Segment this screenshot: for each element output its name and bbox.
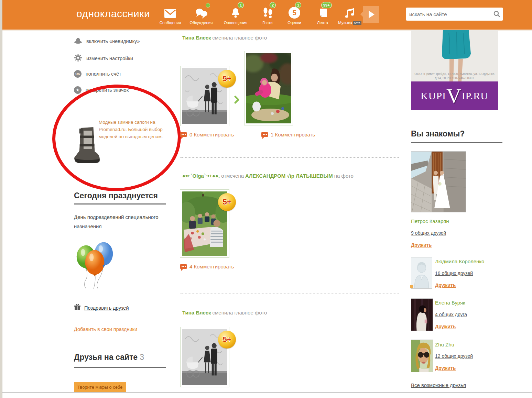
holiday-section-title: Сегодня празднуется (74, 191, 158, 200)
nav-ratings[interactable]: 5 1 Оценки (280, 3, 309, 25)
comment-label: 0 Комментировать (189, 132, 234, 137)
top-header-bar: одноклассники Сообщения Обсуждения 1 Опо… (2, 0, 532, 31)
nav-ratings-label: Оценки (280, 21, 309, 25)
sidebar-item-invisibility[interactable]: включить «невидимку» (74, 37, 140, 45)
congratulate-friends-link[interactable]: Поздравить друзей (84, 305, 129, 311)
suggestion-photo-placeholder[interactable] (411, 257, 432, 289)
holiday-event-text: День подразделений специального назначен… (74, 212, 172, 231)
add-friend-link[interactable]: Дружить (435, 283, 456, 288)
suggestion-photo-wedding[interactable] (411, 151, 466, 212)
photo-change-arrow-icon (234, 96, 240, 105)
page-left-edge (0, 0, 2, 398)
site-search (406, 8, 503, 21)
music-note-icon (333, 3, 367, 19)
feed-photo-picnic[interactable]: 5+ (180, 189, 229, 258)
kupivip-brand-v: V (446, 86, 461, 106)
search-input[interactable] (406, 8, 503, 21)
envelope-icon (156, 3, 185, 19)
nav-notifications[interactable]: 1 Оповещения (221, 3, 250, 25)
comment-link[interactable]: 4 Комментировать (180, 264, 234, 269)
feed-photo-new-avatar[interactable] (244, 51, 293, 125)
feed-separator (180, 294, 399, 294)
gift-icon (74, 304, 81, 312)
kupivip-ad-image: ООО «Привет Трейд», 127000, г.Москва, ул… (411, 30, 498, 81)
nav-messages-label: Сообщения (156, 21, 185, 25)
kupivip-brand-post: IP.RU (462, 90, 488, 102)
sidebar-item-label: изменить настройки (86, 56, 133, 61)
sidebar-item-settings[interactable]: изменить настройки (74, 54, 133, 63)
comment-link[interactable]: 0 Комментировать (180, 132, 234, 137)
add-holiday-link[interactable]: Добавить в свои праздники (74, 327, 137, 332)
mutual-friends-link[interactable]: 4 общих друга (435, 312, 467, 317)
chat-bubbles-icon (187, 3, 216, 19)
mutual-friends-link[interactable]: 9 общих друзей (411, 230, 446, 236)
discussions-new-dot (206, 3, 210, 8)
nav-discussions[interactable]: Обсуждения (187, 3, 216, 25)
footprints-icon: 2 (253, 3, 282, 19)
feed-photo-old-avatar-repeat[interactable]: 5+ (180, 327, 229, 387)
feed-user-link[interactable]: Тина Блеск (182, 310, 211, 316)
balloons-image (75, 238, 115, 291)
feed-item-header: Тина Блесксменила главное фото (182, 35, 268, 41)
expand-nav-arrow-button[interactable] (363, 6, 379, 23)
rating-badge-5plus: 5+ (218, 193, 236, 211)
feed-photo-old-avatar[interactable]: 5+ (180, 66, 229, 126)
search-icon[interactable] (493, 10, 501, 19)
comment-label: 4 Комментировать (189, 264, 234, 269)
add-friend-link[interactable]: Дружить (435, 324, 456, 329)
myths-banner-button[interactable]: Творите мифы о себе (74, 382, 126, 392)
nav-music-label: Музыкабета (333, 21, 367, 25)
music-beta-tag: бета (353, 21, 361, 25)
add-friend-link[interactable]: Дружить (411, 242, 432, 248)
suggestion-name[interactable]: Zhu Zhu (435, 342, 454, 347)
suggestions-title: Вы знакомы? (411, 129, 465, 139)
comment-bubble-icon (180, 132, 187, 137)
kupivip-brand-pre: KUPI (421, 90, 446, 102)
feed-tagger-link[interactable]: АЛЕКСАНДРОМ √ip ЛАТЫШЕВЫМ (245, 173, 333, 179)
rating-badge-5plus: 5+ (218, 70, 236, 88)
suggestion-photo-zhuzhu[interactable] (411, 340, 433, 372)
add-friend-link[interactable]: Дружить (435, 365, 456, 371)
guests-badge: 2 (270, 2, 276, 8)
mutual-friends-link[interactable]: 16 общих друзей (435, 270, 473, 276)
rating-badge-5plus: 5+ (218, 331, 236, 349)
kupivip-banner: KUPIVIP.RU (411, 81, 498, 110)
sidebar-item-label: пополнить счёт (86, 71, 121, 77)
kupivip-legal-text: ООО «Привет Трейд», 127000, г.Москва, ул… (411, 72, 498, 80)
star-badge-icon: ★ (74, 86, 82, 94)
holiday-title-underline (74, 203, 166, 204)
feed-action-text: сменила главное фото (213, 35, 267, 41)
suggestion-name[interactable]: Петрос Казарян (411, 218, 449, 224)
congratulate-friends[interactable]: Поздравить друзей (74, 304, 129, 312)
hat-icon (74, 37, 82, 45)
friends-online-count: 3 (140, 353, 144, 362)
feed-action-text2: на фото (334, 173, 354, 179)
site-logo[interactable]: одноклассники (76, 8, 150, 20)
feed-user-link[interactable]: Тина Блеск (182, 35, 211, 41)
comment-bubble-icon (261, 132, 268, 137)
ratings-badge: 1 (295, 2, 301, 8)
nav-messages[interactable]: Сообщения (156, 3, 185, 25)
feed-action-text: отмечена (221, 173, 244, 179)
all-possible-friends-link[interactable]: Все возможные друзья (411, 382, 466, 388)
gear-icon (74, 54, 82, 63)
suggestion-name[interactable]: Людмила Короленко (435, 258, 484, 264)
comment-link[interactable]: 1 Комментировать (261, 132, 315, 137)
suggestion-name[interactable]: Елена Буряк (435, 300, 465, 306)
feed-item-header: ●••·´Olga`·•+●●.отмеченаАЛЕКСАНДРОМ √ip … (182, 173, 355, 179)
feed-separator (180, 157, 399, 158)
red-circle-annotation (51, 82, 183, 194)
odnoklassniki-page: одноклассники Сообщения Обсуждения 1 Опо… (0, 0, 532, 398)
ok-coin-icon: OK (74, 70, 82, 78)
suggestion-photo-elena[interactable] (411, 298, 433, 331)
nav-guests[interactable]: 2 Гости (253, 3, 282, 25)
mutual-friends-link[interactable]: 12 общих друзей (435, 353, 473, 359)
feed-action-text: сменила главное фото (213, 310, 267, 316)
kupivip-ad[interactable]: ООО «Привет Трейд», 127000, г.Москва, ул… (411, 30, 498, 110)
sidebar-item-topup[interactable]: OK пополнить счёт (74, 70, 121, 78)
feed-item-header: Тина Блесксменила главное фото (182, 310, 268, 316)
comment-bubble-icon (180, 264, 187, 269)
feed-user-link[interactable]: ●••·´Olga`·•+●●. (182, 173, 220, 179)
friends-title-underline (74, 367, 166, 368)
friends-online-title: Друзья на сайте3 (74, 353, 144, 362)
